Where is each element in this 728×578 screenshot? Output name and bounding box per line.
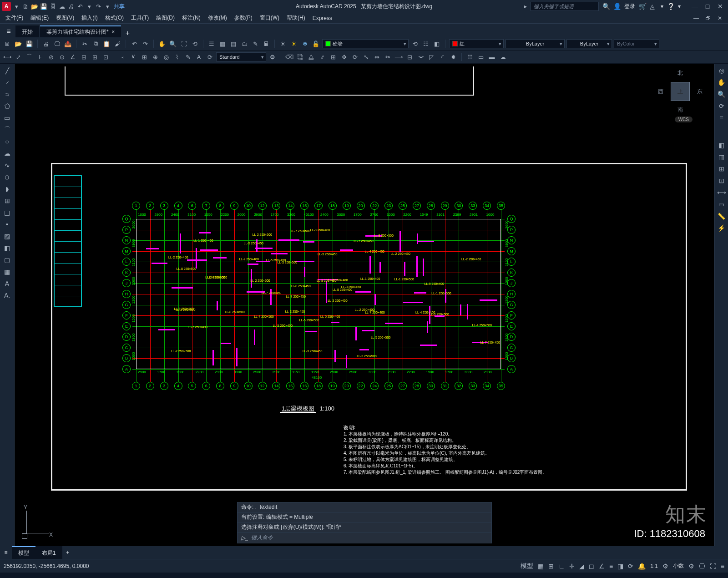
wcs-label[interactable]: WCS	[675, 117, 693, 122]
nav-pan-icon[interactable]: ✋	[717, 77, 727, 87]
props-icon[interactable]: ☰	[207, 39, 216, 48]
dim-aligned-icon[interactable]: ⤢	[14, 52, 23, 61]
menu-param[interactable]: 参数(P)	[232, 14, 255, 22]
circle-icon[interactable]: ○	[2, 137, 12, 147]
region-icon[interactable]: ▭	[476, 52, 485, 61]
scale-icon[interactable]: ⤡	[361, 52, 370, 61]
copy-obj-icon[interactable]: ⿻	[296, 52, 305, 61]
gradient-icon[interactable]: ◧	[2, 243, 12, 253]
cart-icon[interactable]: 🛒	[639, 3, 646, 10]
wipeout-icon[interactable]: ▬	[487, 52, 496, 61]
user-icon[interactable]: 👤	[613, 3, 621, 10]
new-icon[interactable]: 🗎	[22, 3, 29, 10]
doc-close-button[interactable]: ✕	[714, 14, 725, 23]
undo-dd-icon[interactable]: ▾	[86, 3, 93, 10]
menu-express[interactable]: Express	[310, 15, 335, 21]
help-dd-icon[interactable]: ▾	[678, 3, 681, 10]
workspace-icon[interactable]: ⚙	[688, 563, 694, 570]
array-icon[interactable]: ⊞	[329, 52, 338, 61]
cut-icon[interactable]: ✂	[80, 39, 89, 48]
menu-window[interactable]: 窗口(W)	[257, 14, 282, 22]
layer-on-icon[interactable]: ☀	[289, 39, 298, 48]
lineweight-dropdown[interactable]: ByLayer	[566, 39, 612, 48]
units-button[interactable]: 小数	[673, 562, 684, 570]
open-icon[interactable]: 📂	[14, 39, 23, 48]
undo-icon[interactable]: ↶	[76, 3, 84, 10]
osnap-icon[interactable]: ◻	[589, 563, 594, 570]
otrack-icon[interactable]: ∠	[599, 563, 605, 570]
new-tab-button[interactable]: +	[122, 29, 133, 37]
pline-icon[interactable]: ⟉	[2, 89, 12, 99]
xline-icon[interactable]: ⟋	[2, 77, 12, 87]
dim-dia-icon[interactable]: ⊙	[57, 52, 66, 61]
tab-start[interactable]: 开始	[15, 25, 39, 37]
dimstyle-icon[interactable]: ⚙	[268, 52, 277, 61]
break-icon[interactable]: ⊟	[405, 52, 414, 61]
revcloud2-icon[interactable]: ☁	[2, 148, 12, 158]
hatch-icon[interactable]: ▨	[2, 231, 12, 241]
doc-minimize-button[interactable]: —	[691, 14, 702, 23]
layer-dropdown[interactable]: 砼墙	[322, 39, 409, 48]
table-icon[interactable]: ▦	[2, 267, 12, 277]
erase-icon[interactable]: ⌫	[285, 52, 294, 61]
menu-dim[interactable]: 标注(N)	[179, 14, 203, 22]
monitor-icon[interactable]: 🖵	[699, 563, 705, 570]
qselect-icon[interactable]: ⚡	[717, 223, 727, 233]
menu-edit[interactable]: 编辑(E)	[28, 14, 51, 22]
app-icon[interactable]: A	[2, 2, 11, 11]
search-icon[interactable]: 🔍	[602, 3, 610, 10]
layer-iso-icon[interactable]: ◧	[432, 39, 441, 48]
ucs-icon[interactable]: Y X	[22, 506, 54, 538]
pan-icon[interactable]: ✋	[157, 39, 167, 48]
nav-wheel-icon[interactable]: ◎	[717, 66, 727, 76]
tab-close-icon[interactable]: ×	[111, 29, 115, 35]
layer-freeze-icon[interactable]: ❄	[300, 39, 309, 48]
gear-icon[interactable]: ⚙	[662, 563, 668, 570]
draworder-icon[interactable]: ☷	[465, 52, 475, 61]
sheet-icon[interactable]: 🗂	[240, 39, 249, 48]
line-icon[interactable]: ╱	[2, 66, 12, 76]
search-box[interactable]: 键入关键字或短语	[531, 2, 599, 11]
block-icon[interactable]: ◫	[2, 208, 12, 218]
big-menu-icon[interactable]: ≡	[3, 25, 15, 37]
login-button[interactable]: 登录	[624, 3, 635, 10]
add-layout-button[interactable]: +	[62, 549, 73, 556]
polar-icon[interactable]: ✛	[569, 563, 575, 570]
saveas-icon[interactable]: 🗄	[49, 3, 56, 10]
layer-prev-icon[interactable]: ⟲	[410, 39, 420, 48]
revcloud-icon[interactable]: ☁	[498, 52, 507, 61]
jog-icon[interactable]: ⌇	[172, 52, 182, 61]
scale-button[interactable]: 1:1	[650, 563, 658, 569]
tab-model[interactable]: 模型	[12, 546, 35, 559]
zoom-prev-icon[interactable]: ⟲	[190, 39, 199, 48]
web-open-icon[interactable]: ☁	[58, 3, 66, 10]
dist-icon[interactable]: ⟷	[717, 188, 727, 198]
clean-icon[interactable]: ⛶	[710, 563, 716, 570]
redo-dd-icon[interactable]: ▾	[104, 3, 111, 10]
match-icon[interactable]: 🖌	[113, 39, 122, 48]
copy-icon[interactable]: ⧉	[91, 39, 100, 48]
help-icon[interactable]: ❔	[667, 3, 674, 10]
menu-view[interactable]: 视图(V)	[53, 14, 77, 22]
layer-lock-icon[interactable]: 🔓	[311, 39, 320, 48]
preview-icon[interactable]: 🖵	[52, 39, 61, 48]
layer-manager-icon[interactable]: ☀	[278, 39, 288, 48]
tab-layout1[interactable]: 布局1	[35, 546, 62, 559]
inspect-icon[interactable]: ◎	[162, 52, 171, 61]
centermark-icon[interactable]: ⊕	[151, 52, 160, 61]
layout-menu-icon[interactable]: ≡	[0, 549, 12, 556]
sel-sim-icon[interactable]: ⊡	[717, 176, 727, 186]
join-icon[interactable]: ⫘	[416, 52, 425, 61]
custom-icon[interactable]: ≡	[721, 563, 724, 570]
nav-orbit-icon[interactable]: ⟳	[717, 101, 727, 111]
zoom-rt-icon[interactable]: 🔍	[168, 39, 177, 48]
anno-icon[interactable]: 🔔	[638, 563, 646, 570]
dim-tedit-icon[interactable]: A	[194, 52, 203, 61]
grid-icon[interactable]: ▦	[538, 563, 544, 570]
markup-icon[interactable]: ✎	[251, 39, 260, 48]
rect-icon[interactable]: ▭	[2, 113, 12, 123]
extend-icon[interactable]: ⟶	[394, 52, 403, 61]
explode-icon[interactable]: ✸	[449, 52, 458, 61]
dim-arc-icon[interactable]: ⌒	[25, 52, 34, 61]
dim-base-icon[interactable]: ⊞	[90, 52, 99, 61]
